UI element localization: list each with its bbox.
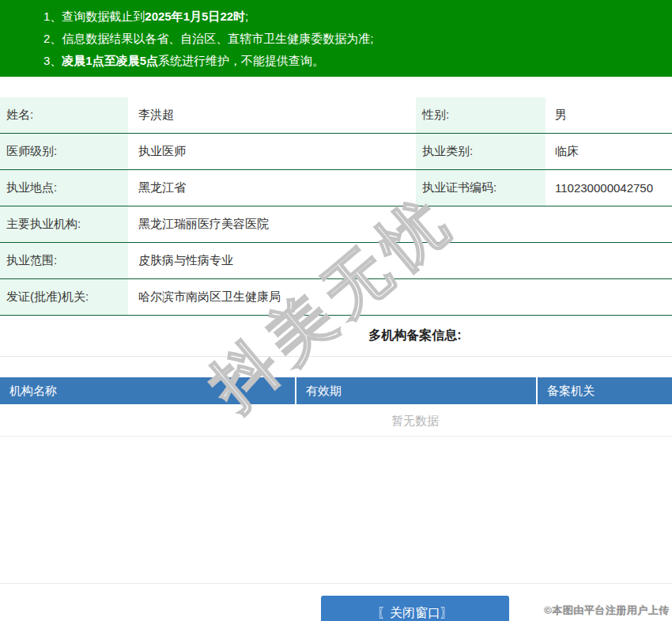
page: 1、查询数据截止到2025年1月5日22时; 2、信息数据结果以各省、自治区、直… bbox=[0, 0, 672, 621]
content-container: 姓名: 李洪超 性别: 男 医师级别: 执业医师 执业类别: 临床 执业地点: … bbox=[0, 97, 672, 621]
doctor-info-table: 姓名: 李洪超 性别: 男 医师级别: 执业医师 执业类别: 临床 执业地点: … bbox=[0, 97, 672, 316]
field-label-practice-category: 执业类别: bbox=[416, 134, 546, 169]
notice-line-3: 3、凌晨1点至凌晨5点系统进行维护，不能提供查询。 bbox=[43, 50, 672, 72]
field-value-practice-scope: 皮肤病与性病专业 bbox=[128, 243, 672, 278]
spacer bbox=[0, 437, 672, 583]
field-label-practice-location: 执业地点: bbox=[0, 170, 128, 206]
table-row: 主要执业机构: 黑龙江瑞丽医疗美容医院 bbox=[0, 206, 672, 243]
field-value-certificate-number: 110230000042750 bbox=[546, 170, 672, 206]
spacer bbox=[0, 357, 672, 377]
table-row: 医师级别: 执业医师 执业类别: 临床 bbox=[0, 134, 672, 170]
field-value-main-institution: 黑龙江瑞丽医疗美容医院 bbox=[128, 206, 672, 242]
field-label-practice-scope: 执业范围: bbox=[0, 243, 128, 278]
field-value-doctor-level: 执业医师 bbox=[128, 134, 413, 169]
notice-line-1: 1、查询数据截止到2025年1月5日22时; bbox=[43, 6, 672, 28]
field-label-main-institution: 主要执业机构: bbox=[0, 206, 128, 242]
table-row: 执业地点: 黑龙江省 执业证书编码: 110230000042750 bbox=[0, 170, 672, 206]
footer-divider bbox=[0, 583, 672, 584]
org-column-validity-period: 有效期 bbox=[295, 377, 536, 404]
table-row: 姓名: 李洪超 性别: 男 bbox=[0, 97, 672, 134]
close-window-button[interactable]: 〖关闭窗口〗 bbox=[321, 596, 509, 621]
org-column-institution-name: 机构名称 bbox=[0, 377, 295, 404]
org-table-empty-state: 暂无数据 bbox=[0, 404, 672, 437]
table-row: 执业范围: 皮肤病与性病专业 bbox=[0, 243, 672, 279]
platform-upload-credit: ©本图由平台注册用户上传 bbox=[544, 604, 670, 618]
field-label-doctor-level: 医师级别: bbox=[0, 134, 128, 169]
field-value-practice-category: 临床 bbox=[546, 134, 672, 169]
org-table-header: 机构名称 有效期 备案机关 bbox=[0, 377, 672, 404]
notice-line-2: 2、信息数据结果以各省、自治区、直辖市卫生健康委数据为准; bbox=[43, 28, 672, 50]
table-row: 发证(批准)机关: 哈尔滨市南岗区卫生健康局 bbox=[0, 279, 672, 316]
field-label-name: 姓名: bbox=[0, 97, 128, 133]
field-label-gender: 性别: bbox=[416, 97, 546, 133]
multi-org-section-heading: 多机构备案信息: bbox=[0, 316, 672, 357]
notice-number: 3、 bbox=[43, 54, 62, 67]
field-label-certificate-number: 执业证书编码: bbox=[416, 170, 546, 206]
field-value-gender: 男 bbox=[546, 97, 672, 133]
field-value-practice-location: 黑龙江省 bbox=[128, 170, 413, 206]
notice-number: 1、 bbox=[43, 9, 62, 23]
field-label-issuing-authority: 发证(批准)机关: bbox=[0, 279, 128, 315]
notice-number: 2、 bbox=[43, 32, 62, 45]
field-value-name: 李洪超 bbox=[128, 97, 413, 133]
notice-banner: 1、查询数据截止到2025年1月5日22时; 2、信息数据结果以各省、自治区、直… bbox=[0, 0, 672, 77]
org-column-record-authority: 备案机关 bbox=[536, 377, 672, 404]
field-value-issuing-authority: 哈尔滨市南岗区卫生健康局 bbox=[128, 279, 672, 315]
